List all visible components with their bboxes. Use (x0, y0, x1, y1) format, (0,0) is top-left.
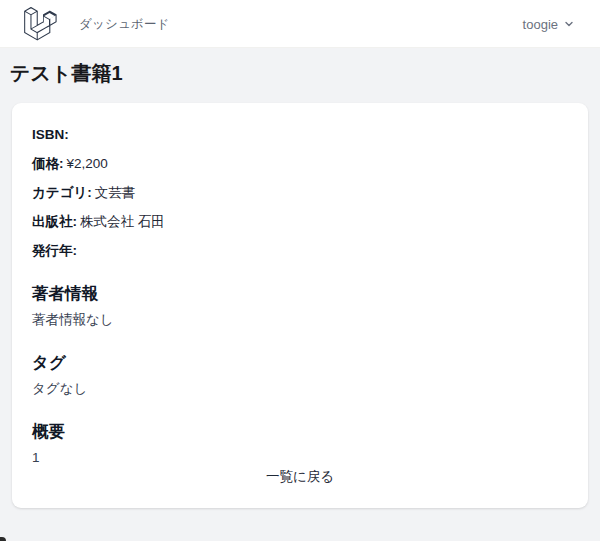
field-category-value: 文芸書 (95, 185, 136, 200)
authors-section-body: 著者情報なし (32, 312, 568, 328)
back-link-row: 一覧に戻る (32, 467, 568, 486)
chevron-down-icon (564, 19, 574, 29)
user-menu-button[interactable]: toogie (523, 17, 574, 32)
user-name-label: toogie (523, 17, 558, 32)
nav-dashboard-link[interactable]: ダッシュボード (79, 17, 170, 31)
tags-section-heading: タグ (32, 352, 568, 372)
summary-section-heading: 概要 (32, 421, 568, 441)
field-price: 価格:¥2,200 (32, 156, 568, 172)
page-title: テスト書籍1 (10, 61, 600, 85)
tags-section-body: タグなし (32, 381, 568, 397)
summary-section-body: 1 (32, 450, 568, 466)
back-to-list-link[interactable]: 一覧に戻る (266, 469, 334, 484)
field-category-label: カテゴリ: (32, 185, 92, 200)
field-publisher-value: 株式会社 石田 (80, 214, 165, 229)
navbar-left: ダッシュボード (24, 0, 170, 47)
app-root: ダッシュボード toogie テスト書籍1 ISBN: 価格:¥2,200 カテ… (0, 0, 600, 508)
field-publisher: 出版社:株式会社 石田 (32, 214, 568, 230)
field-publisher-label: 出版社: (32, 214, 77, 229)
field-isbn: ISBN: (32, 127, 568, 143)
field-price-label: 価格: (32, 156, 64, 171)
field-price-value: ¥2,200 (67, 156, 108, 171)
book-detail-card: ISBN: 価格:¥2,200 カテゴリ:文芸書 出版社:株式会社 石田 発行年… (12, 103, 588, 508)
authors-section-heading: 著者情報 (32, 283, 568, 303)
field-publication-year-label: 発行年: (32, 243, 77, 258)
field-category: カテゴリ:文芸書 (32, 185, 568, 201)
navbar-right: toogie (523, 15, 574, 33)
primary-nav: ダッシュボード (79, 14, 170, 33)
top-navbar: ダッシュボード toogie (0, 0, 600, 48)
field-publication-year: 発行年: (32, 243, 568, 259)
field-isbn-label: ISBN: (32, 127, 69, 142)
laravel-logo[interactable] (24, 7, 57, 41)
bottom-left-corner-artifact (0, 537, 6, 541)
laravel-logo-icon (24, 7, 57, 41)
main-content: テスト書籍1 ISBN: 価格:¥2,200 カテゴリ:文芸書 出版社:株式会社… (0, 61, 600, 508)
